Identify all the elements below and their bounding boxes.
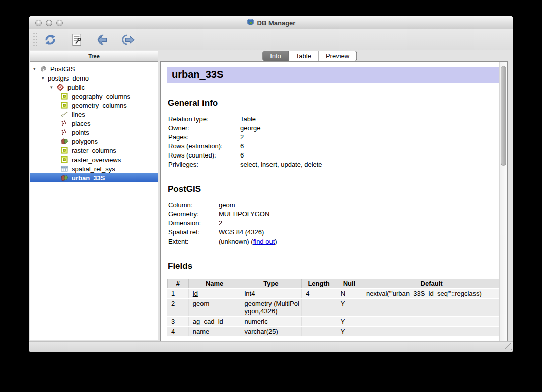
- resize-grip-icon[interactable]: [505, 343, 512, 350]
- tree-item-public[interactable]: ▾ public: [30, 83, 158, 92]
- field-null: N: [336, 289, 362, 298]
- info-value: 2: [219, 219, 222, 228]
- field-name: geom: [189, 299, 241, 316]
- field-num: 4: [167, 327, 189, 336]
- tree-item-label: public: [67, 84, 85, 91]
- zoom-button[interactable]: [56, 20, 63, 26]
- field-num: 3: [167, 317, 189, 326]
- field-name: id: [189, 289, 241, 298]
- info-label: Geometry:: [168, 210, 219, 219]
- tree-item-raster-overviews[interactable]: raster_overviews: [30, 155, 158, 164]
- tree-item-raster-columns[interactable]: raster_columns: [30, 146, 158, 155]
- expand-arrow-icon[interactable]: ▾: [50, 85, 56, 90]
- tree-panel-header: Tree: [30, 51, 158, 62]
- info-value: select, insert, update, delete: [240, 160, 322, 169]
- import-layer-icon: [96, 33, 110, 46]
- info-value: Table: [240, 115, 256, 124]
- tree-item-label: urban_33S: [72, 174, 105, 182]
- tree-item-label: geometry_columns: [72, 102, 127, 109]
- export-to-file-button[interactable]: [120, 32, 138, 48]
- scrollbar-thumb[interactable]: [501, 66, 506, 166]
- field-row-partial: 4 name varchar(25) Y: [167, 327, 499, 336]
- field-name: ag_cad_id: [189, 317, 241, 326]
- expand-arrow-icon[interactable]: ▾: [42, 75, 48, 81]
- info-panel: urban_33S General info Relation type:Tab…: [160, 61, 508, 341]
- geometry-columns-table-icon: [60, 92, 69, 100]
- polygon-layer-icon: [60, 137, 69, 145]
- vertical-scrollbar[interactable]: [499, 62, 507, 341]
- tree-item-label: geography_columns: [72, 93, 130, 100]
- tree-item-label: points: [72, 129, 89, 136]
- tab-info[interactable]: Info: [263, 51, 289, 61]
- tree-item-polygons[interactable]: polygons: [30, 137, 158, 146]
- import-layer-button[interactable]: [94, 32, 111, 48]
- tree-item-postgis[interactable]: ▾ PostGIS: [30, 64, 158, 73]
- info-value: 6: [240, 151, 244, 160]
- tab-preview[interactable]: Preview: [319, 51, 356, 61]
- info-label: Rows (counted):: [168, 151, 240, 160]
- tree-item-label: lines: [72, 111, 85, 118]
- table-title: urban_33S: [167, 67, 499, 83]
- field-default: [362, 317, 499, 326]
- field-null: Y: [336, 327, 362, 336]
- tab-table[interactable]: Table: [289, 51, 319, 61]
- status-bar: [29, 341, 513, 352]
- field-row-geom: 2 geom geometry (MultiPolygon,4326) Y: [167, 299, 499, 316]
- column-header: Name: [189, 279, 241, 288]
- info-value: george: [240, 124, 260, 133]
- field-row-ag-cad-id: 3 ag_cad_id numeric Y: [167, 317, 499, 326]
- toolbar-drag-handle[interactable]: [33, 32, 37, 48]
- field-null: Y: [336, 299, 362, 316]
- info-label: Relation type:: [168, 115, 240, 124]
- tree-item-points[interactable]: points: [30, 128, 158, 137]
- info-label: Dimension:: [168, 219, 219, 228]
- export-to-file-icon: [122, 33, 136, 46]
- fields-header-row: # Name Type Length Null Default: [167, 279, 499, 288]
- extent-value: (unknown) (find out): [219, 237, 277, 246]
- refresh-icon: [44, 33, 57, 46]
- info-value: WGS 84 (4326): [219, 228, 264, 237]
- sql-window-button[interactable]: [68, 32, 85, 48]
- tree-item-label: raster_columns: [72, 147, 116, 154]
- info-document: urban_33S General info Relation type:Tab…: [161, 62, 499, 341]
- field-type: geometry (MultiPolygon,4326): [240, 299, 302, 316]
- tree-item-urban-33s[interactable]: urban_33S: [30, 173, 158, 182]
- postgis-info-list: Column:geom Geometry:MULTIPOLYGON Dimens…: [167, 201, 499, 246]
- column-header: Length: [302, 279, 336, 288]
- info-value: MULTIPOLYGON: [219, 210, 269, 219]
- tree-item-postgis-demo[interactable]: ▾ postgis_demo: [30, 73, 158, 83]
- info-label: Pages:: [168, 133, 240, 142]
- info-label: Privileges:: [168, 160, 240, 169]
- info-label: Rows (estimation):: [168, 142, 240, 151]
- find-out-link[interactable]: find out: [253, 238, 275, 245]
- tree-item-label: spatial_ref_sys: [72, 165, 115, 173]
- field-length: 4: [302, 289, 336, 298]
- general-info-heading: General info: [168, 98, 499, 108]
- tree-item-geography-columns[interactable]: geography_columns: [30, 92, 158, 101]
- tree-item-label: PostGIS: [50, 65, 75, 73]
- tree-item-label: postgis_demo: [48, 74, 89, 82]
- minimize-button[interactable]: [46, 20, 52, 26]
- general-info-list: Relation type:Table Owner:george Pages:2…: [167, 115, 499, 169]
- view-tabs: Info Table Preview: [262, 51, 357, 61]
- tree-item-geometry-columns[interactable]: geometry_columns: [30, 101, 158, 110]
- close-button[interactable]: [35, 20, 42, 26]
- refresh-button[interactable]: [42, 32, 59, 48]
- title-bar[interactable]: DB Manager: [29, 16, 513, 29]
- toolbar: [29, 29, 513, 50]
- tree-item-lines[interactable]: lines: [30, 110, 158, 119]
- postgis-elephant-icon: [39, 65, 47, 73]
- geometry-columns-table-icon: [60, 146, 69, 154]
- field-type: numeric: [240, 317, 302, 326]
- info-label: Column:: [168, 201, 219, 210]
- expand-arrow-icon[interactable]: ▾: [33, 66, 39, 71]
- polygon-layer-icon: [60, 174, 69, 182]
- field-default: [362, 299, 499, 316]
- main-area: Tree ▾ PostGIS ▾ postgis_demo ▾: [29, 51, 513, 341]
- field-row-id: 1 id int4 4 N nextval('"urban_33S_id_seq…: [167, 289, 499, 298]
- field-null: Y: [336, 317, 362, 326]
- tree-item-spatial-ref-sys[interactable]: spatial_ref_sys: [30, 164, 158, 173]
- point-layer-icon: [60, 119, 69, 127]
- field-num: 2: [167, 299, 189, 316]
- tree-item-places[interactable]: places: [30, 119, 158, 128]
